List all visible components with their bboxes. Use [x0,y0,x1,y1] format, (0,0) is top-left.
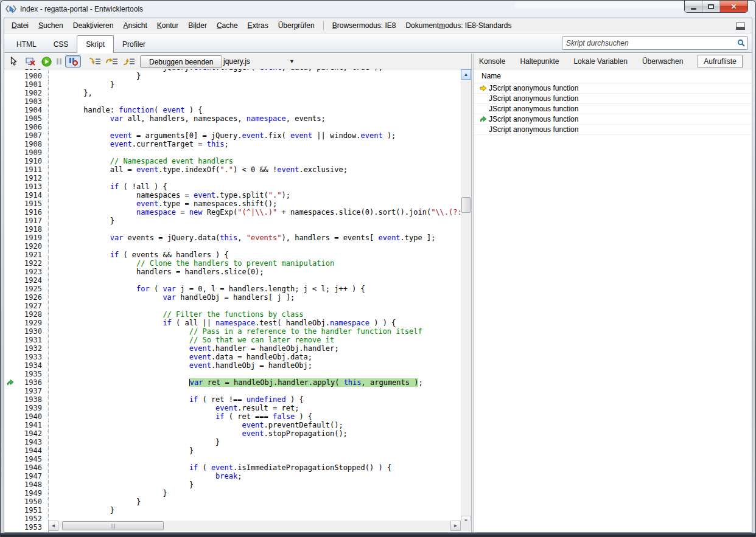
breakpoint-gutter[interactable] [4,327,16,336]
line-number[interactable]: 1941 [16,421,42,429]
code-line[interactable]: 1911 all = event.type.indexOf(".") < 0 &… [4,165,461,174]
source-file-select[interactable]: jquery.js [223,55,250,68]
breakpoint-gutter[interactable] [4,114,16,123]
code-line[interactable]: 1941 event.preventDefault(); [4,421,461,429]
code-line-text[interactable]: } [48,80,461,89]
code-line[interactable]: 1944 } [4,446,461,455]
code-line-text[interactable]: event.type = namespaces.shift(); [48,199,461,208]
line-number[interactable]: 1903 [16,97,42,106]
line-number[interactable]: 1900 [16,72,42,80]
line-number[interactable]: 1910 [16,157,42,165]
line-number[interactable]: 1902 [16,89,42,97]
tab-lokale-variablen[interactable]: Lokale Variablen [573,57,628,66]
pin-button[interactable] [733,21,747,31]
code-line[interactable]: 1947 break; [4,472,461,480]
breakpoint-gutter[interactable] [4,225,16,234]
line-number[interactable]: 1954 [16,532,42,532]
callstack-row[interactable]: JScript anonymous function [474,104,752,114]
line-number[interactable]: 1942 [16,429,42,438]
code-line-text[interactable]: event.data = handleObj.data; [48,353,461,361]
menu-item-suchen[interactable]: Suchen [33,19,68,32]
callstack-row[interactable]: JScript anonymous function [474,94,752,104]
menu-item-kontur[interactable]: Kontur [152,19,183,32]
line-number[interactable]: 1930 [16,327,42,336]
code-line[interactable]: 1904 handle: function( event ) { [4,106,461,114]
line-number[interactable]: 1943 [16,438,42,446]
code-line-text[interactable] [48,97,461,106]
stop-debugging-button[interactable]: Debuggen beenden [140,55,222,68]
code-line-text[interactable]: event.currentTarget = this; [48,140,461,148]
line-number[interactable]: 1929 [16,319,42,327]
line-number[interactable]: 1946 [16,463,42,472]
code-line[interactable]: 1950 } [4,497,461,506]
code-line-text[interactable] [48,302,461,310]
line-number[interactable]: 1936 [16,378,42,387]
line-number[interactable]: 1928 [16,310,42,319]
code-line[interactable]: 1908 event.currentTarget = this; [4,140,461,148]
line-number[interactable]: 1919 [16,234,42,242]
code-line[interactable]: 1916 namespace = new RegExp("(^|\\.)" + … [4,208,461,217]
line-number[interactable]: 1950 [16,497,42,506]
code-editor[interactable]: 1899 jQuery.event.trigger( event, data, … [4,69,471,532]
breakpoint-gutter[interactable] [4,89,16,97]
code-line[interactable]: 1949 } [4,489,461,497]
breakpoint-gutter[interactable] [4,514,16,523]
breakpoint-gutter[interactable] [4,182,16,191]
code-line[interactable]: 1954 [4,532,461,532]
code-line-text[interactable]: // Pass in a reference to the handler fu… [48,327,461,336]
breakpoint-gutter[interactable] [4,148,16,157]
code-line[interactable]: 1933 event.data = handleObj.data; [4,353,461,361]
code-line-text[interactable]: if ( !all ) { [48,182,461,191]
breakpoint-gutter[interactable] [4,370,16,378]
continue-button[interactable] [41,55,52,68]
menu-item-cache[interactable]: Cache [212,19,243,32]
tab-aufrufliste[interactable]: Aufrufliste [698,55,742,68]
breakpoint-gutter[interactable] [4,293,16,302]
select-element-button[interactable] [9,55,18,68]
breakpoint-gutter[interactable] [4,361,16,370]
code-line[interactable]: 1951 } [4,506,461,514]
line-number[interactable]: 1921 [16,251,42,259]
callstack-row[interactable]: JScript anonymous function [474,125,752,135]
breakpoint-gutter[interactable] [4,285,16,293]
breakpoint-gutter[interactable] [4,191,16,199]
breakpoint-gutter[interactable] [4,387,16,395]
code-line[interactable]: 1924 [4,276,461,285]
code-line-text[interactable]: } [48,506,461,514]
pause-button[interactable] [55,55,63,68]
breakpoint-gutter[interactable] [4,480,16,489]
line-number[interactable]: 1905 [16,114,42,123]
line-number[interactable]: 1916 [16,208,42,217]
menu-item-datei[interactable]: Datei [7,19,33,32]
line-number[interactable]: 1912 [16,174,42,182]
code-line[interactable]: 1932 event.handler = handleObj.handler; [4,344,461,353]
breakpoint-gutter[interactable] [4,242,16,251]
code-line[interactable]: 1910 // Namespaced event handlers [4,157,461,165]
code-line-text[interactable]: var ret = handleObj.handler.apply( this,… [48,378,461,387]
step-out-button[interactable] [122,55,136,68]
code-line-text[interactable]: // Namespaced event handlers [48,157,461,165]
line-number[interactable]: 1907 [16,131,42,140]
breakpoint-gutter[interactable] [4,234,16,242]
code-line-text[interactable]: event.handler = handleObj.handler; [48,344,461,353]
line-number[interactable]: 1948 [16,480,42,489]
tab-css[interactable]: CSS [45,37,77,52]
line-number[interactable]: 1934 [16,361,42,370]
line-number[interactable]: 1917 [16,217,42,225]
line-number[interactable]: 1938 [16,395,42,404]
code-line[interactable]: 1903 [4,97,461,106]
breakpoint-gutter[interactable] [4,404,16,412]
scroll-up-button[interactable]: ▲ [461,69,471,80]
breakpoint-gutter[interactable] [4,438,16,446]
menu-item-deaktivieren[interactable]: Deaktivieren [68,19,119,32]
line-number[interactable]: 1945 [16,455,42,463]
code-line-text[interactable]: event.preventDefault(); [48,421,461,429]
breakpoint-gutter[interactable] [4,251,16,259]
line-number[interactable]: 1925 [16,285,42,293]
breakpoint-gutter[interactable] [4,506,16,514]
code-line[interactable]: 1940 if ( ret === false ) { [4,412,461,421]
breakpoint-gutter[interactable] [4,268,16,276]
breakpoint-gutter[interactable] [4,106,16,114]
line-number[interactable]: 1904 [16,106,42,114]
window-bottom-border[interactable] [1,533,755,536]
